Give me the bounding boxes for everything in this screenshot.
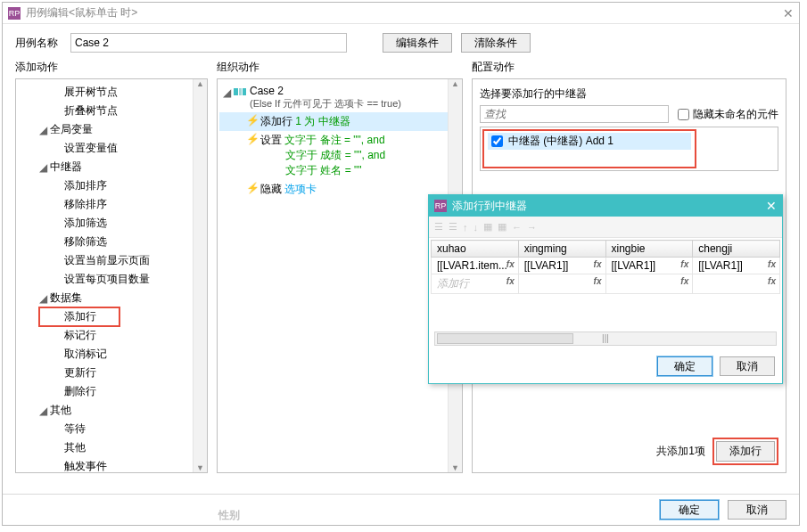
tree-globals[interactable]: ◢全局变量 (18, 120, 205, 139)
organize-action-column: 组织动作 ◢ Case 2 (Else If 元件可见于 选项卡 == true… (217, 60, 463, 473)
ghost-cell[interactable] (693, 274, 780, 294)
action-tree-scrollbar[interactable] (193, 79, 207, 472)
tree-add-row[interactable]: 添加行 (39, 307, 119, 326)
ghost-cell[interactable]: 添加行 (432, 274, 519, 294)
tree-remove-filter[interactable]: 移除筛选 (18, 233, 205, 251)
cell[interactable]: [[LVAR1]] (605, 258, 693, 274)
svg-rect-2 (243, 88, 246, 95)
clear-condition-button[interactable]: 清除条件 (461, 33, 531, 53)
svg-rect-0 (234, 88, 238, 95)
tree-set-page-count[interactable]: 设置每页项目数量 (18, 270, 205, 289)
action-hide[interactable]: ⚡ 隐藏 选项卡 (219, 180, 460, 199)
action-set-text[interactable]: ⚡ 设置 文字于 备注 = "", and 文字于 成绩 = "", and 文… (219, 131, 460, 180)
tree-unmark[interactable]: 取消标记 (18, 345, 205, 364)
ok-button[interactable]: 确定 (660, 500, 719, 520)
tree-dataset[interactable]: ◢数据集 (18, 289, 205, 307)
add-row-button-highlight: 添加行 (712, 438, 778, 465)
repeater-item-checkbox[interactable] (491, 135, 503, 147)
toolbar-icon[interactable]: → (527, 222, 537, 233)
sub-dialog-toolbar: ☰ ☰ ↑ ↓ ▦ ▦ ← → (429, 217, 782, 238)
add-action-label: 添加动作 (15, 60, 208, 75)
hide-unnamed-checkbox-row[interactable]: 隐藏未命名的元件 (674, 106, 778, 123)
repeater-item[interactable]: 中继器 (中继器) Add 1 (488, 133, 691, 150)
app-logo-icon: RP (434, 200, 447, 212)
column-header[interactable]: xingbie (605, 241, 693, 258)
config-action-label: 配置动作 (472, 60, 786, 75)
toolbar-icon[interactable]: ↑ (463, 222, 468, 233)
bolt-icon: ⚡ (246, 182, 255, 194)
table-row[interactable]: [[LVAR1.item... [[LVAR1]] [[LVAR1]] [[LV… (432, 258, 780, 274)
column-header[interactable]: xuhao (432, 241, 519, 258)
toolbar-icon[interactable]: ↓ (473, 222, 479, 233)
tree-repeater[interactable]: ◢中继器 (18, 158, 205, 176)
cancel-button[interactable]: 取消 (728, 500, 786, 520)
add-row-count-label: 共添加1项 (656, 444, 705, 459)
sub-ok-button[interactable]: 确定 (657, 356, 712, 376)
table-header-row: xuhao xingming xingbie chengji (432, 241, 780, 258)
sub-close-icon[interactable]: ✕ (766, 200, 777, 212)
table-ghost-row[interactable]: 添加行 (432, 274, 780, 294)
rows-grid: xuhao xingming xingbie chengji [[LVAR1.i… (429, 238, 782, 349)
tree-set-variable[interactable]: 设置变量值 (18, 139, 205, 158)
action-add-row[interactable]: ⚡ 添加行 1 为 中继器 (219, 112, 460, 131)
window-title: 用例编辑<鼠标单击 时> (26, 5, 137, 20)
case-icon (234, 86, 246, 97)
close-icon[interactable]: ✕ (783, 6, 794, 20)
tree-add-sort[interactable]: 添加排序 (18, 176, 205, 195)
toolbar-icon[interactable]: ▦ (498, 221, 506, 233)
cell[interactable]: [[LVAR1]] (693, 258, 780, 274)
column-header[interactable]: xingming (518, 241, 605, 258)
action-tree-panel: 展开树节点 折叠树节点 ◢全局变量 设置变量值 ◢中继器 添加排序 移除排序 添… (15, 78, 208, 473)
ghost-cell[interactable] (605, 274, 693, 294)
sub-dialog-title: 添加行到中继器 (452, 199, 527, 214)
tree-mark-row[interactable]: 标记行 (18, 326, 205, 345)
cell[interactable]: [[LVAR1.item... (432, 258, 519, 274)
tree-set-page[interactable]: 设置当前显示页面 (18, 251, 205, 270)
toolbar-icon[interactable]: ← (512, 222, 522, 233)
app-logo-icon: RP (8, 7, 21, 20)
case-name-label: 用例名称 (15, 36, 62, 51)
repeater-search-input[interactable] (480, 105, 669, 123)
grid-horizontal-scrollbar[interactable]: ||| (434, 331, 777, 346)
tree-other[interactable]: ◢其他 (18, 401, 205, 420)
tree-remove-sort[interactable]: 移除排序 (18, 195, 205, 214)
column-header[interactable]: chengji (693, 241, 780, 258)
tree-update-row[interactable]: 更新行 (18, 364, 205, 382)
tree-delete-row[interactable]: 删除行 (18, 382, 205, 401)
tree-wait[interactable]: 等待 (18, 420, 205, 438)
toolbar-icon[interactable]: ☰ (449, 221, 457, 233)
tree-fire-event[interactable]: 触发事件 (18, 457, 205, 473)
dialog-footer: 确定 取消 (660, 500, 786, 520)
sub-cancel-button[interactable]: 取消 (720, 356, 775, 376)
select-repeater-label: 选择要添加行的中继器 (480, 86, 778, 102)
tree-expand-node[interactable]: 展开树节点 (18, 83, 205, 102)
add-row-button[interactable]: 添加行 (716, 441, 775, 462)
cell[interactable]: [[LVAR1]] (518, 258, 605, 274)
case-steps-panel: ◢ Case 2 (Else If 元件可见于 选项卡 == true) ⚡ 添… (217, 78, 463, 473)
sub-dialog-footer: 确定 取消 (429, 349, 782, 383)
case-title: Case 2 (250, 85, 401, 97)
repeater-item-label: 中继器 (中继器) Add 1 (508, 134, 613, 149)
repeater-list: 中继器 (中继器) Add 1 (480, 127, 778, 171)
edit-condition-button[interactable]: 编辑条件 (383, 33, 452, 53)
bolt-icon: ⚡ (246, 114, 255, 127)
case-name-input[interactable] (70, 33, 347, 53)
add-rows-dialog: RP 添加行到中继器 ✕ ☰ ☰ ↑ ↓ ▦ ▦ ← → xuhao xingm… (428, 194, 783, 384)
toolbar-icon[interactable]: ▦ (483, 221, 492, 233)
bolt-icon: ⚡ (246, 133, 255, 145)
organize-action-label: 组织动作 (217, 60, 463, 75)
tree-add-filter[interactable]: 添加筛选 (18, 214, 205, 233)
hide-unnamed-checkbox[interactable] (678, 109, 689, 120)
tree-other2[interactable]: 其他 (18, 438, 205, 457)
cropped-text: 性别 (218, 508, 240, 523)
case-condition: (Else If 元件可见于 选项卡 == true) (250, 97, 401, 110)
tree-collapse-node[interactable]: 折叠树节点 (18, 102, 205, 120)
toolbar-icon[interactable]: ☰ (434, 221, 443, 233)
case-node[interactable]: ◢ Case 2 (Else If 元件可见于 选项卡 == true) (219, 83, 460, 112)
svg-rect-1 (239, 88, 242, 95)
sub-dialog-titlebar: RP 添加行到中继器 ✕ (429, 195, 782, 217)
case-name-row: 用例名称 编辑条件 清除条件 (3, 24, 799, 60)
titlebar: RP 用例编辑<鼠标单击 时> ✕ (3, 3, 799, 24)
ghost-cell[interactable] (518, 274, 605, 294)
hide-unnamed-label: 隐藏未命名的元件 (693, 107, 778, 122)
